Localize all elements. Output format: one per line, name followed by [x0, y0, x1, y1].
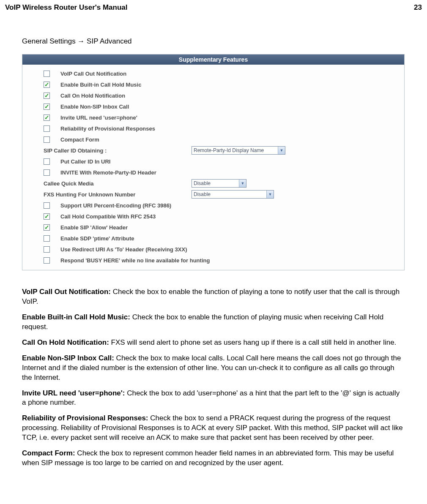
desc-term: Invite URL need 'user=phone': — [22, 389, 125, 397]
breadcrumb: General Settings → SIP Advanced — [22, 37, 405, 46]
desc-body: Check the box to represent common header… — [22, 449, 394, 467]
sip-caller-id-select[interactable]: Remote-Party-Id Display Name ▼ — [192, 146, 285, 155]
sip-allow-label: Enable SIP 'Allow' Header — [60, 224, 399, 231]
hold-notify-checkbox[interactable]: ✓ — [44, 93, 50, 99]
put-cid-uri-checkbox[interactable] — [44, 158, 50, 165]
invite-url-checkbox[interactable]: ✓ — [44, 114, 50, 121]
prov-reliability-checkbox[interactable] — [44, 125, 50, 132]
doc-title: VoIP Wireless Router User's Manual — [5, 3, 128, 12]
supplementary-features-panel: Supplementary Features VoIP Call Out Not… — [22, 54, 405, 270]
desc-term: Enable Built-in Call Hold Music: — [22, 313, 130, 321]
fxs-hunting-label: FXS Hunting For Unknown Number — [44, 191, 192, 198]
uri-percent-checkbox[interactable] — [44, 202, 50, 209]
non-sip-inbox-label: Enable Non-SIP Inbox Call — [60, 104, 399, 110]
chevron-down-icon: ▼ — [239, 180, 246, 187]
uri-percent-label: Support URI Percent-Encoding (RFC 3986) — [60, 202, 399, 209]
non-sip-inbox-checkbox[interactable]: ✓ — [44, 104, 50, 110]
prov-reliability-label: Reliability of Provisional Responses — [60, 125, 399, 132]
invite-rpid-label: INVITE With Remote-Party-ID Header — [60, 169, 399, 176]
callee-quick-select[interactable]: Disable ▼ — [192, 179, 246, 188]
put-cid-uri-label: Put Caller ID In URI — [60, 158, 399, 165]
compact-form-checkbox[interactable] — [44, 136, 50, 143]
callee-quick-value: Disable — [194, 180, 211, 186]
chevron-down-icon: ▼ — [278, 147, 285, 154]
desc-term: VoIP Call Out Notification: — [22, 288, 111, 296]
desc-term: Enable Non-SIP Inbox Call: — [22, 354, 114, 362]
desc-term: Compact Form: — [22, 449, 75, 457]
sip-allow-checkbox[interactable]: ✓ — [44, 224, 50, 231]
desc-term: Call On Hold Notification: — [22, 338, 109, 346]
sdp-ptime-label: Enable SDP 'ptime' Attribute — [60, 235, 399, 242]
voip-call-out-checkbox[interactable] — [44, 71, 50, 77]
page-number: 23 — [414, 3, 422, 12]
invite-rpid-checkbox[interactable] — [44, 169, 50, 176]
sdp-ptime-checkbox[interactable] — [44, 235, 50, 242]
sip-caller-id-label: SIP Caller ID Obtaining : — [44, 147, 192, 154]
hold-music-checkbox[interactable]: ✓ — [44, 82, 50, 88]
respond-busy-checkbox[interactable] — [44, 257, 50, 264]
fxs-hunting-value: Disable — [194, 191, 211, 197]
compact-form-label: Compact Form — [60, 136, 399, 143]
panel-title: Supplementary Features — [22, 54, 404, 65]
descriptions: VoIP Call Out Notification: Check the bo… — [22, 287, 405, 468]
callee-quick-label: Callee Quick Media — [44, 180, 192, 187]
desc-body: FXS will send alert to phone set as user… — [109, 338, 396, 346]
hold-music-label: Enable Built-in Call Hold Music — [60, 82, 399, 88]
invite-url-label: Invite URL need 'user=phone' — [60, 114, 399, 121]
sip-caller-id-value: Remote-Party-Id Display Name — [194, 147, 264, 153]
redirect-uri-to-checkbox[interactable] — [44, 246, 50, 253]
desc-term: Reliability of Provisional Responses: — [22, 414, 148, 422]
hold-notify-label: Call On Hold Notification — [60, 93, 399, 99]
fxs-hunting-select[interactable]: Disable ▼ — [192, 190, 274, 199]
call-hold-2543-label: Call Hold Compatible With RFC 2543 — [60, 213, 399, 220]
call-hold-2543-checkbox[interactable]: ✓ — [44, 213, 50, 220]
respond-busy-label: Respond 'BUSY HERE' while no line availa… — [60, 257, 399, 264]
redirect-uri-to-label: Use Redirect URI As 'To' Header (Receivi… — [60, 246, 399, 253]
chevron-down-icon: ▼ — [266, 191, 274, 198]
voip-call-out-label: VoIP Call Out Notification — [60, 71, 399, 77]
